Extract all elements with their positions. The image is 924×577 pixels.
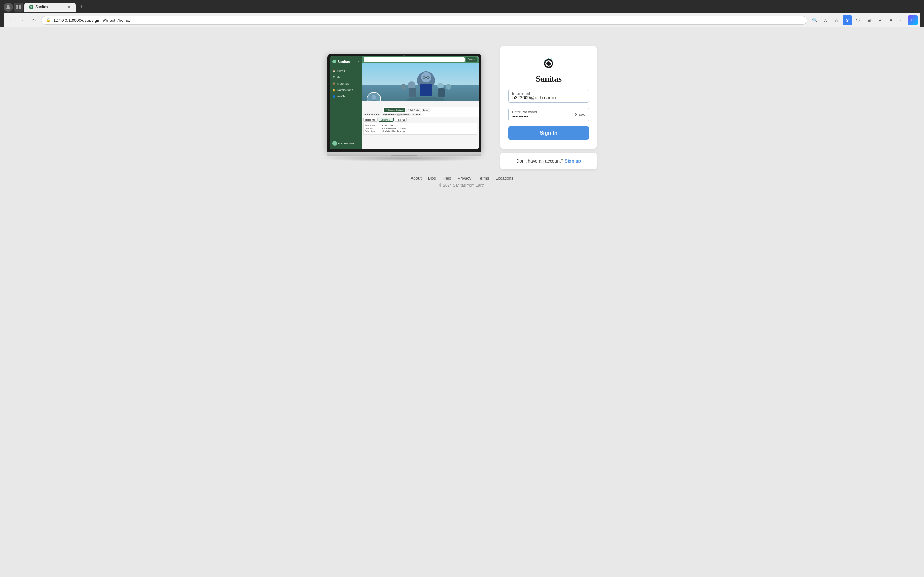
phone-label: Phone No : — [365, 124, 381, 127]
more-icon[interactable]: ··· — [897, 15, 907, 25]
no-account-text: Don't have an account? — [516, 158, 564, 163]
svg-rect-15 — [409, 88, 417, 97]
address-label: Address : — [365, 127, 381, 129]
logout-button[interactable]: Log... — [422, 108, 430, 112]
email-form-group: Enter email — [508, 89, 589, 103]
sign-up-link[interactable]: Sign up — [565, 158, 581, 163]
footer-link-help[interactable]: Help — [443, 176, 451, 181]
page-content: Sanitas × 🏠 Home 🗺 Map 📦 — [0, 27, 924, 577]
phone-value: 8249112782 — [382, 124, 395, 127]
svg-rect-1 — [16, 5, 18, 7]
footer-link-privacy[interactable]: Privacy — [458, 176, 472, 181]
active-tab[interactable]: S Sanitas ✕ — [24, 3, 76, 11]
email-input-wrapper: Enter email — [508, 89, 589, 103]
sidebar-home-label: Home — [337, 69, 345, 73]
extensions-icon[interactable] — [14, 3, 23, 11]
footer-link-terms[interactable]: Terms — [478, 176, 489, 181]
address-row: Address : Bhubaneswar (721003) — [365, 127, 476, 129]
new-tab-button[interactable]: + — [77, 3, 86, 11]
sidebar-item-home[interactable]: 🏠 Home — [330, 68, 362, 74]
sphere-tab[interactable]: Sphere (1) — [379, 118, 394, 122]
svg-point-26 — [552, 61, 553, 61]
sidebar-materials-label: Materials — [337, 82, 349, 85]
forward-button[interactable]: › — [18, 16, 27, 25]
browser-chrome: S Sanitas ✕ + ‹ › ↻ 🔒 127.0.0.1:8000/use… — [0, 0, 924, 27]
tab-title: Sanitas — [35, 5, 48, 9]
svg-rect-2 — [19, 5, 21, 7]
notifications-icon: 🔔 — [333, 89, 336, 92]
footer-link-blog[interactable]: Blog — [428, 176, 436, 181]
sidebar-item-map[interactable]: 🗺 Map — [330, 74, 362, 81]
email-input[interactable] — [508, 89, 589, 103]
sidebar-item-notifications[interactable]: 🔔 Notifications — [330, 87, 362, 93]
copilot-icon[interactable]: C — [908, 15, 918, 25]
sidebar-header: Sanitas × — [330, 58, 362, 66]
home-icon: 🏠 — [333, 69, 336, 73]
page-footer: About Blog Help Privacy Terms Locations … — [404, 169, 520, 194]
svg-point-21 — [372, 95, 376, 100]
login-card: Sanitas Enter email Enter Password Show — [501, 46, 597, 149]
svg-point-27 — [546, 59, 547, 60]
sidebar-app-title: Sanitas — [338, 60, 350, 63]
education-label: Education : — [365, 130, 381, 132]
svg-point-31 — [549, 61, 551, 63]
sidebar-item-materials[interactable]: 📦 Materials — [330, 81, 362, 87]
show-password-button[interactable]: Show — [575, 112, 585, 117]
sidebar-map-label: Map — [336, 76, 342, 79]
laptop-display: Sanitas × 🏠 Home 🗺 Map 📦 — [330, 56, 479, 149]
laptop-mockup: Sanitas × 🏠 Home 🗺 Map 📦 — [327, 54, 481, 161]
footer-links: About Blog Help Privacy Terms Locations — [411, 176, 513, 181]
svg-point-28 — [544, 61, 545, 61]
svg-rect-10 — [420, 84, 432, 97]
search-icon[interactable]: 🔍 — [810, 15, 819, 25]
laptop-base — [327, 152, 481, 156]
logo-text: Sanitas — [536, 74, 561, 84]
basic-info-tab[interactable]: Basic Info — [363, 118, 378, 122]
sidebar-item-profile[interactable]: 👤 Profile — [330, 93, 362, 100]
become-sanitizer-button[interactable]: ✏ Become Sanitizer! — [384, 108, 405, 112]
tab-close-button[interactable]: ✕ — [66, 5, 71, 10]
profile-info-bar: Anirudha Sahu anirudha2685@gmail.com Ori… — [362, 113, 479, 117]
reload-button[interactable]: ↻ — [29, 16, 39, 25]
svg-rect-3 — [16, 7, 18, 9]
app-search-button[interactable]: Search — [466, 57, 477, 62]
footer-link-about[interactable]: About — [411, 176, 422, 181]
sidebar-close-button[interactable]: × — [357, 60, 359, 63]
footer-avatar — [333, 141, 337, 145]
svg-rect-4 — [19, 7, 21, 9]
toolbar-icons: 🔍 A ☆ S 🛡 ⊞ ★ ♥ ··· C — [810, 15, 918, 25]
sidebar-profile-label: Profile — [337, 95, 346, 98]
education-row: Education : btech in iiit bhubaneswar — [365, 130, 476, 132]
phone-row: Phone No : 8249112782 — [365, 124, 476, 127]
back-button[interactable]: ‹ — [6, 16, 15, 25]
post-tab[interactable]: Post (3) — [395, 118, 407, 122]
app-search-input[interactable] — [364, 57, 465, 62]
profile-icon[interactable] — [4, 3, 13, 11]
sidebar-logo — [333, 60, 336, 63]
reader-icon[interactable]: A — [821, 15, 830, 25]
favorites-icon[interactable]: ☆ — [832, 15, 841, 25]
education-value: btech in iiit bhubaneswar — [382, 130, 407, 132]
address-bar[interactable]: 🔒 127.0.0.1:8000/user/sign-in/?next=/hom… — [41, 16, 807, 25]
svg-point-16 — [437, 83, 444, 89]
profile-hero-image — [362, 63, 479, 101]
tab-groups-icon[interactable]: ⊞ — [864, 15, 874, 25]
tab-favicon: S — [29, 5, 33, 9]
extension-1-icon[interactable]: S — [843, 15, 852, 25]
edit-profile-button[interactable]: ✏ Edit Profile — [406, 108, 421, 112]
browser-tabs: S Sanitas ✕ + — [4, 3, 920, 11]
profile-location-chip: Orissa — [412, 113, 421, 116]
wallet-icon[interactable]: ♥ — [886, 15, 896, 25]
address-value: Bhubaneswar (721003) — [382, 127, 405, 129]
password-input-wrapper: Enter Password Show — [508, 108, 589, 121]
sign-in-button[interactable]: Sign In — [508, 126, 589, 140]
app-main-content: Search — [362, 56, 479, 149]
collections-icon[interactable]: ★ — [875, 15, 885, 25]
shield-icon[interactable]: 🛡 — [853, 15, 863, 25]
footer-link-locations[interactable]: Locations — [496, 176, 514, 181]
logo-icon-svg — [540, 55, 557, 73]
security-icon: 🔒 — [46, 18, 51, 23]
profile-nav-icon: 👤 — [333, 95, 336, 98]
svg-rect-17 — [438, 89, 445, 97]
svg-point-24 — [548, 58, 549, 59]
